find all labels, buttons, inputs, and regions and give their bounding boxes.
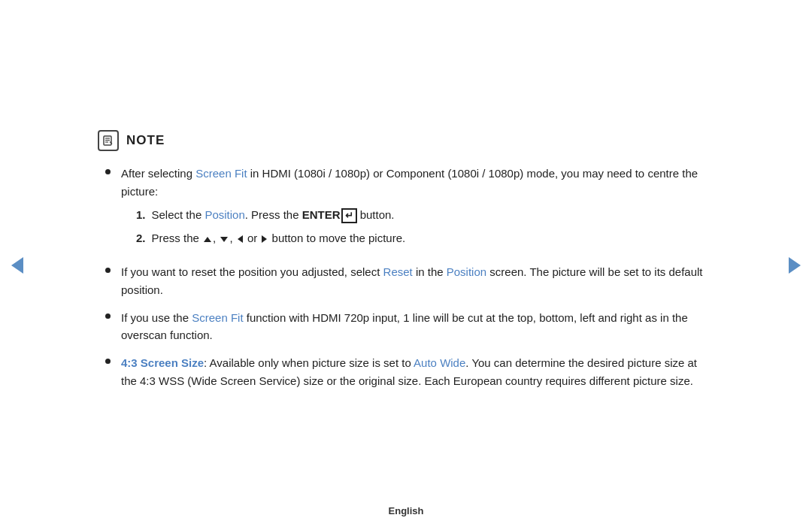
bullet-dot-3 (105, 313, 111, 319)
sub-item-2-content: Press the , , or button to move the pict… (152, 229, 406, 247)
bullet-item-2: If you want to reset the position you ad… (105, 263, 714, 298)
nav-next-button[interactable] (786, 257, 803, 274)
sub-item-1-content: Select the Position. Press the ENTER↵ bu… (152, 206, 395, 223)
note-icon (98, 130, 119, 151)
content-area: NOTE After selecting Screen Fit in HDMI … (83, 108, 729, 422)
arrow-down-icon (220, 237, 228, 242)
auto-wide-link: Auto Wide (414, 356, 465, 369)
bullet-content-2: If you want to reset the position you ad… (121, 263, 714, 298)
sub-list-1: 1. Select the Position. Press the ENTER↵… (121, 206, 714, 247)
sub-item-2: 2. Press the , , or button to move the p… (136, 229, 714, 247)
bullet-item-3: If you use the Screen Fit function with … (105, 309, 714, 344)
arrow-left-icon (238, 235, 243, 243)
arrow-right-icon (262, 235, 267, 243)
left-arrow-icon (11, 257, 23, 274)
bullet-content-4: 4:3 Screen Size: Available only when pic… (121, 354, 714, 389)
bullet-content-1: After selecting Screen Fit in HDMI (1080… (121, 165, 714, 253)
screenfit-link-2: Screen Fit (192, 311, 243, 324)
bullet-item-4: 4:3 Screen Size: Available only when pic… (105, 354, 714, 389)
enter-bracket: ↵ (341, 208, 357, 223)
reset-link: Reset (383, 265, 413, 278)
bullet2-text-in: in the (413, 265, 447, 278)
bullet-dot-1 (105, 169, 111, 174)
bullet-dot-2 (105, 268, 111, 273)
sub-number-2: 2. (136, 229, 146, 247)
screen-size-link: 4:3 Screen Size (121, 356, 204, 369)
note-title: NOTE (126, 133, 165, 148)
position-link-2: Position (447, 265, 486, 278)
position-link-1: Position (205, 208, 244, 221)
bullet3-text-before: If you use the (121, 311, 192, 324)
right-arrow-icon (789, 257, 801, 274)
page-container: NOTE After selecting Screen Fit in HDMI … (0, 0, 812, 530)
sub-item-1: 1. Select the Position. Press the ENTER↵… (136, 206, 714, 223)
bullet-dot-4 (105, 359, 111, 364)
enter-key-label: ENTER (302, 208, 341, 221)
bullet1-text-before: After selecting (121, 167, 195, 180)
sub-number-1: 1. (136, 206, 146, 223)
bullet1-link-screenfit: Screen Fit (195, 167, 247, 180)
note-header: NOTE (98, 130, 714, 151)
footer-language: English (389, 505, 424, 516)
arrow-up-icon (204, 237, 211, 242)
bullet4-text-middle: : Available only when picture size is se… (204, 356, 414, 369)
note-bullet-list: After selecting Screen Fit in HDMI (1080… (98, 165, 714, 389)
bullet-item-1: After selecting Screen Fit in HDMI (1080… (105, 165, 714, 253)
bullet-content-3: If you use the Screen Fit function with … (121, 309, 714, 344)
bullet2-text-before: If you want to reset the position you ad… (121, 265, 383, 278)
nav-prev-button[interactable] (9, 257, 26, 274)
